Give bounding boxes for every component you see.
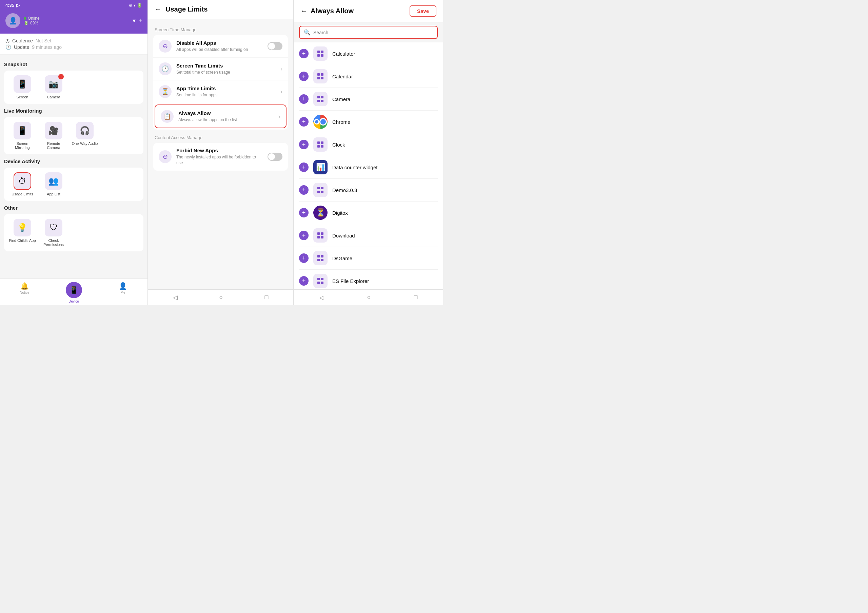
add-app-button[interactable]: + — [299, 49, 308, 58]
screen-mirroring[interactable]: 📱 Screen Mirroring — [9, 122, 36, 150]
svg-rect-5 — [321, 73, 324, 76]
user-info: Online 🔋 89% — [24, 16, 129, 25]
middle-home-nav[interactable]: ○ — [219, 294, 223, 301]
content-access-manage-label: Content Access Manage — [153, 135, 288, 140]
app-icon — [313, 183, 327, 197]
find-childs-app[interactable]: 💡 Find Child's App — [9, 219, 36, 247]
add-app-button[interactable]: + — [299, 163, 308, 172]
svg-rect-0 — [317, 51, 320, 53]
screen-mirroring-label: Screen Mirroring — [9, 141, 36, 150]
nav-device[interactable]: 📱 Device — [49, 282, 98, 303]
app-item[interactable]: +Camera — [299, 88, 438, 110]
add-app-button[interactable]: + — [299, 71, 308, 81]
app-item[interactable]: +Download — [299, 224, 438, 247]
usage-limits-back-button[interactable]: ← — [155, 5, 161, 13]
always-allow-title: Always Allow — [178, 110, 274, 116]
app-name-label: Demo3.0.3 — [332, 187, 357, 193]
add-app-button[interactable]: + — [299, 208, 308, 217]
app-name-label: Chrome — [332, 119, 350, 125]
app-name-label: ES File Explorer — [332, 278, 369, 284]
app-item[interactable]: +DsGame — [299, 247, 438, 270]
phone-content: Snapshot 📱 Screen 📷 ! Camera Live Monito… — [0, 54, 147, 278]
nav-me[interactable]: 👤 Me — [98, 282, 147, 303]
middle-back-nav[interactable]: ◁ — [173, 294, 178, 301]
app-item[interactable]: +ES File Explorer — [299, 270, 438, 289]
usage-limits-content: Screen Time Manage ⊖ Disable All Apps Al… — [148, 19, 293, 289]
usage-limits-header: ← Usage Limits — [148, 0, 293, 19]
screen-time-title: Screen Time Limits — [176, 63, 276, 68]
disable-all-apps-item[interactable]: ⊖ Disable All Apps All apps will be disa… — [153, 35, 288, 58]
one-way-audio[interactable]: 🎧 One-Way Audio — [71, 122, 98, 150]
find-label: Find Child's App — [9, 239, 36, 242]
app-time-limits-item[interactable]: ⏳ App Time Limits Set time limits for ap… — [153, 81, 288, 103]
snapshot-title: Snapshot — [4, 61, 143, 67]
add-app-button[interactable]: + — [299, 117, 308, 127]
app-item[interactable]: +Calendar — [299, 65, 438, 88]
live-monitoring-title: Live Monitoring — [4, 108, 143, 114]
svg-rect-23 — [321, 236, 324, 239]
middle-recent-nav[interactable]: □ — [265, 294, 268, 301]
user-bar-actions[interactable]: ▾ + — [133, 17, 142, 25]
me-icon: 👤 — [119, 282, 127, 290]
app-icon — [313, 47, 327, 61]
forbid-toggle[interactable] — [268, 153, 282, 161]
forbid-new-apps-item[interactable]: ⊖ Forbid New Apps The newly installed ap… — [153, 143, 288, 171]
app-item[interactable]: +⏳Digitox — [299, 202, 438, 224]
app-item[interactable]: +Clock — [299, 133, 438, 156]
svg-rect-30 — [317, 282, 320, 284]
app-item[interactable]: +Chrome — [299, 110, 438, 133]
svg-rect-21 — [321, 232, 324, 235]
right-panel: ← Always Allow Save 🔍 +Calculator+Calend… — [293, 0, 443, 305]
check-permissions[interactable]: 🛡 Check Permissions — [40, 219, 67, 247]
save-button[interactable]: Save — [409, 5, 436, 17]
camera-label: Camera — [47, 95, 60, 99]
snapshot-screen[interactable]: 📱 Screen — [9, 75, 36, 99]
dropdown-icon[interactable]: ▾ — [133, 17, 136, 25]
app-icon — [313, 251, 327, 265]
add-app-button[interactable]: + — [299, 253, 308, 263]
camera-icon-box: 📷 ! — [45, 75, 62, 93]
svg-rect-31 — [321, 282, 324, 284]
permissions-label: Check Permissions — [40, 239, 67, 247]
app-icon — [313, 137, 327, 152]
remote-camera-label: Remote Camera — [40, 141, 67, 150]
disable-all-desc: All apps will be disabled after turning … — [176, 47, 263, 53]
me-label: Me — [121, 291, 126, 295]
svg-rect-19 — [321, 191, 324, 193]
always-allow-item[interactable]: 📋 Always Allow Always allow the apps on … — [155, 104, 287, 128]
forbid-icon: ⊖ — [159, 150, 172, 163]
add-app-button[interactable]: + — [299, 276, 308, 286]
right-home-nav[interactable]: ○ — [367, 294, 371, 301]
device-activity-title: Device Activity — [4, 158, 143, 164]
svg-rect-6 — [317, 77, 320, 79]
app-item[interactable]: +📊Data counter widget — [299, 156, 438, 179]
svg-rect-12 — [317, 141, 320, 144]
app-item[interactable]: +Demo3.0.3 — [299, 179, 438, 202]
device-activity-card: ⏱ Usage Limits 👥 App List — [4, 168, 143, 201]
disable-all-toggle[interactable] — [268, 42, 282, 50]
search-input[interactable] — [313, 30, 433, 35]
right-back-nav[interactable]: ◁ — [319, 294, 324, 301]
add-app-button[interactable]: + — [299, 185, 308, 195]
wifi-icon: ▾ — [133, 3, 136, 8]
screen-time-manage-card: ⊖ Disable All Apps All apps will be disa… — [153, 35, 288, 130]
add-icon[interactable]: + — [138, 17, 142, 25]
nav-notice[interactable]: 🔔 Notice — [0, 282, 49, 303]
add-app-button[interactable]: + — [299, 231, 308, 240]
always-allow-back-button[interactable]: ← — [301, 7, 307, 15]
app-name-label: DsGame — [332, 255, 352, 261]
app-time-title: App Time Limits — [176, 85, 276, 91]
app-list-icon: 👥 — [45, 172, 62, 190]
usage-limits-item[interactable]: ⏱ Usage Limits — [9, 172, 36, 196]
snapshot-camera[interactable]: 📷 ! Camera — [40, 75, 67, 99]
svg-rect-24 — [317, 255, 320, 258]
remote-camera[interactable]: 🎥 Remote Camera — [40, 122, 67, 150]
notice-label: Notice — [20, 291, 29, 295]
app-item[interactable]: +Calculator — [299, 42, 438, 65]
right-recent-nav[interactable]: □ — [414, 294, 418, 301]
add-app-button[interactable]: + — [299, 140, 308, 149]
screen-time-limits-item[interactable]: 🕐 Screen Time Limits Set total time of s… — [153, 58, 288, 81]
add-app-button[interactable]: + — [299, 94, 308, 104]
app-list-item[interactable]: 👥 App List — [40, 172, 67, 196]
app-icon — [313, 115, 327, 129]
